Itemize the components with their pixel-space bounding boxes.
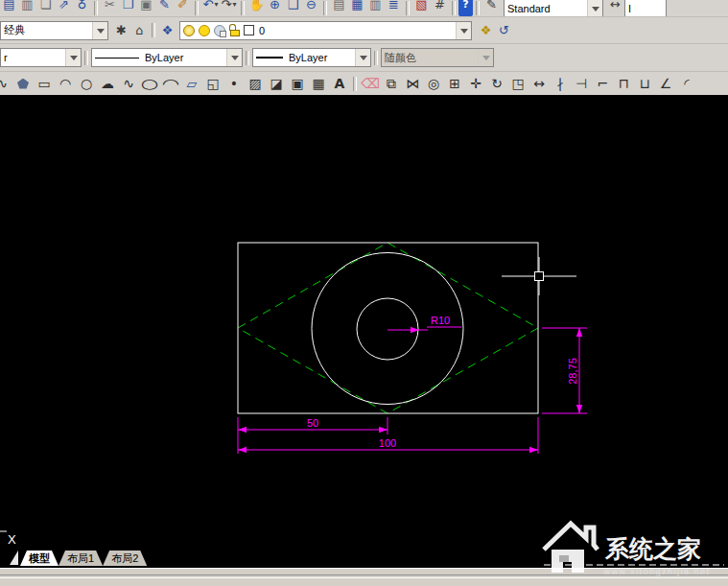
stretch-icon[interactable]: ↔	[528, 74, 550, 93]
sheet-set-manager-icon[interactable]: ≣	[385, 0, 403, 16]
mirror-icon[interactable]: ⋈	[402, 74, 423, 93]
quickcalc-icon[interactable]: #	[431, 0, 449, 16]
make-block-icon[interactable]: ◱	[202, 74, 223, 93]
cut-icon[interactable]: ✂	[101, 0, 119, 16]
tool-palettes-icon[interactable]: ▥	[366, 0, 385, 16]
circle-icon[interactable]: ○	[76, 74, 97, 93]
join-icon[interactable]: ⊔	[634, 74, 655, 93]
toolbar-separator	[374, 51, 378, 65]
publish-icon[interactable]: ⇗	[55, 0, 73, 16]
text-style-icon[interactable]: ✎	[482, 0, 501, 16]
copy-object-icon[interactable]: ⧉	[381, 74, 402, 93]
dimension-style-icon[interactable]: ↔	[606, 0, 624, 16]
multiline-text-icon[interactable]: A	[329, 74, 350, 93]
redo-icon[interactable]: ↷	[220, 0, 238, 16]
gradient-icon[interactable]: ◪	[266, 74, 287, 93]
toolbar-separator	[195, 1, 199, 15]
undo-icon[interactable]: ↶	[201, 0, 220, 16]
erase-icon[interactable]: ⌫	[360, 74, 381, 93]
my-workspace-icon[interactable]: ⌂	[130, 22, 149, 39]
linetype-sample	[95, 58, 139, 59]
properties-icon[interactable]: ▤	[330, 0, 348, 16]
rotate-icon[interactable]: ↻	[486, 74, 507, 93]
workspace-combo[interactable]: 经典	[0, 21, 108, 40]
toolbar-separator	[84, 51, 88, 65]
lightbulb-on-icon[interactable]	[183, 25, 195, 36]
block-editor-icon[interactable]: ✐	[174, 0, 192, 16]
help-icon[interactable]: ?	[458, 0, 473, 16]
point-icon[interactable]: •	[223, 74, 245, 93]
break-icon[interactable]: ⊓	[613, 74, 634, 93]
layer-combo[interactable]: 0	[179, 21, 472, 40]
rectangle-icon[interactable]: ▭	[34, 74, 55, 93]
plot-preview-icon[interactable]: ❏	[36, 0, 55, 16]
current-layer-name: 0	[259, 25, 265, 36]
save-icon[interactable]: ▤	[0, 0, 18, 16]
dim-style-combo[interactable]: I	[624, 0, 667, 17]
text-style-combo[interactable]: Standard	[504, 0, 603, 17]
extend-icon[interactable]: ⊣	[571, 74, 592, 93]
tab-layout1[interactable]: 布局1	[59, 551, 103, 566]
linetype-combo[interactable]: ByLayer	[91, 48, 243, 67]
text-style-button-strip: ✎	[482, 0, 501, 16]
toolbar-separator	[452, 1, 456, 15]
layers-button-strip: ❖	[158, 22, 176, 39]
autocad-window: ▤▥❏⇗♁✂❐▣✎✐↶↷✋⊕❑⊖▤▦▥≣▧#? ✎ Standard ↔ I 经…	[0, 0, 728, 586]
table-icon[interactable]: ▦	[308, 74, 329, 93]
sun-viewport-freeze-icon[interactable]	[214, 25, 225, 36]
text-style-combo-value: Standard	[507, 3, 551, 14]
tab-model-label: 模型	[29, 551, 50, 566]
toolbar-separator	[323, 1, 327, 15]
arrowhead	[576, 405, 582, 413]
dim-text-50: 50	[307, 417, 318, 429]
dim-text-100: 100	[379, 437, 396, 449]
markup-set-manager-icon[interactable]: ▧	[412, 0, 431, 16]
region-icon[interactable]: ▣	[287, 74, 308, 93]
color-swatch-icon	[244, 25, 254, 35]
plot-icon[interactable]: ▥	[18, 0, 36, 16]
layer-previous-icon[interactable]: ↺	[495, 22, 513, 39]
trim-icon[interactable]: ∤	[550, 74, 571, 93]
zoom-window-icon[interactable]: ❑	[284, 0, 302, 16]
standard-toolbar: ▤▥❏⇗♁✂❐▣✎✐↶↷✋⊕❑⊖▤▦▥≣▧#? ✎ Standard ↔ I	[0, 0, 728, 17]
make-object-layer-current-icon[interactable]: ❖	[477, 22, 495, 39]
sun-freeze-icon[interactable]	[199, 25, 210, 36]
3d-dwf-icon[interactable]: ♁	[73, 0, 91, 16]
chamfer-icon[interactable]: ∠	[655, 74, 676, 93]
tab-layout2[interactable]: 布局2	[103, 551, 147, 566]
scale-icon[interactable]: ◳	[507, 74, 528, 93]
ellipse-arc-icon[interactable]: ◠	[155, 74, 187, 93]
polyline-icon[interactable]: ∿	[0, 74, 12, 93]
pan-icon[interactable]: ✋	[247, 0, 266, 16]
ucs-icon: X	[0, 531, 16, 547]
revision-cloud-icon[interactable]: ☁	[97, 74, 118, 93]
lineweight-combo[interactable]: ByLayer	[252, 48, 371, 67]
arc-icon[interactable]: ◠	[55, 74, 76, 93]
offset-icon[interactable]: ◎	[423, 74, 444, 93]
polygon-icon[interactable]	[12, 74, 34, 93]
color-combo[interactable]: r	[0, 48, 82, 67]
arrowhead	[576, 328, 582, 337]
radius-dim-text: R10	[431, 315, 450, 326]
break-at-point-icon[interactable]: ⌐	[592, 74, 613, 93]
copy-icon[interactable]: ❐	[119, 0, 137, 16]
tab-model[interactable]: 模型	[20, 551, 59, 566]
workspace-settings-icon[interactable]: ✱	[112, 22, 130, 39]
layer-properties-manager-icon[interactable]: ❖	[158, 22, 176, 39]
plot-style-combo: 随颜色	[381, 48, 494, 67]
zoom-previous-icon[interactable]: ⊖	[302, 0, 320, 16]
paste-icon[interactable]: ▣	[137, 0, 155, 16]
zoom-realtime-icon[interactable]: ⊕	[266, 0, 284, 16]
dim-text-height: 28,75	[567, 358, 578, 385]
hatch-icon[interactable]: ▨	[245, 74, 266, 93]
padlock-open-icon[interactable]	[229, 24, 240, 36]
designcenter-icon[interactable]: ▦	[348, 0, 366, 16]
model-space-canvas[interactable]: R10 50 100 28,75	[0, 95, 728, 568]
color-combo-fragment: r	[4, 52, 8, 63]
lineweight-sample	[256, 57, 283, 59]
fillet-icon[interactable]: ◜	[676, 74, 697, 93]
workspace-combo-value: 经典	[4, 23, 25, 37]
array-icon[interactable]: ⊞	[444, 74, 465, 93]
match-properties-icon[interactable]: ✎	[155, 0, 174, 16]
move-icon[interactable]: ✛	[465, 74, 486, 93]
